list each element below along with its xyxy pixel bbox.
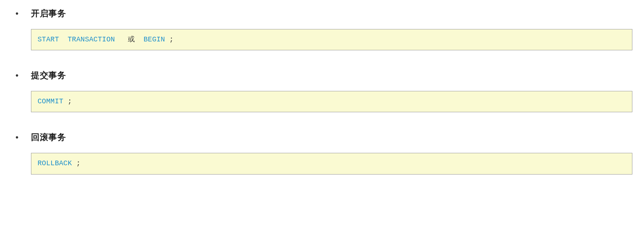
sql-keyword: BEGIN — [144, 36, 165, 43]
list-item: 提交事务 COMMIT ; — [12, 70, 632, 112]
code-text: ; — [169, 36, 173, 43]
code-text: ; — [76, 159, 81, 167]
sql-keyword: START — [38, 36, 59, 43]
section-heading: 回滚事务 — [31, 132, 632, 143]
code-block: ROLLBACK ; — [31, 153, 632, 174]
code-text: 或 — [128, 36, 135, 43]
code-block: COMMIT ; — [31, 91, 632, 112]
document-list: 开启事务 START TRANSACTION 或 BEGIN ; 提交事务 CO… — [12, 8, 632, 175]
section-heading: 开启事务 — [31, 8, 632, 19]
code-block: START TRANSACTION 或 BEGIN ; — [31, 29, 632, 50]
sql-keyword: ROLLBACK — [38, 159, 72, 167]
list-item: 回滚事务 ROLLBACK ; — [12, 132, 632, 174]
sql-keyword: COMMIT — [38, 98, 64, 105]
list-item: 开启事务 START TRANSACTION 或 BEGIN ; — [12, 8, 632, 50]
code-text: ; — [68, 98, 72, 105]
sql-keyword: TRANSACTION — [68, 36, 115, 43]
section-heading: 提交事务 — [31, 70, 632, 81]
